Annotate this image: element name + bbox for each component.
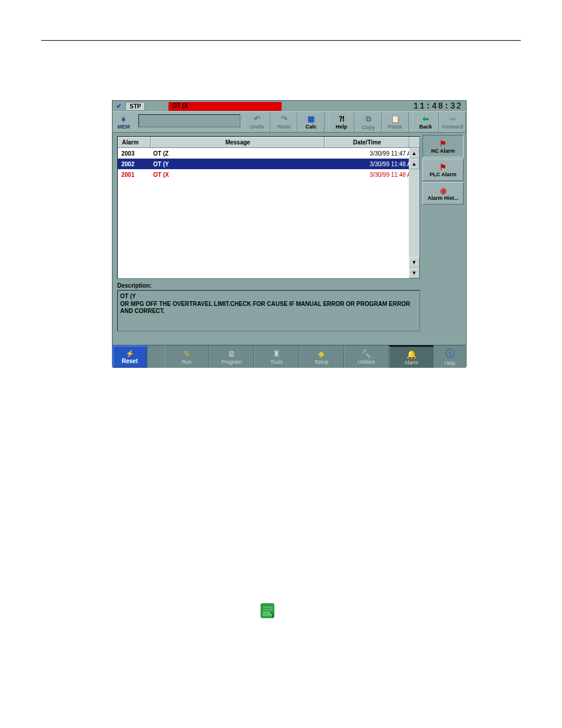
forward-button[interactable]: ➡ Forward <box>439 112 466 132</box>
setup-label: Setup <box>315 359 329 365</box>
reset-icon: ⚡ <box>125 350 134 358</box>
table-row[interactable]: 2001 OT (X 3/30/99 11:48 AM <box>118 169 419 180</box>
forward-arrow-icon: ➡ <box>449 114 456 123</box>
col-header-datetime[interactable]: Date/Time <box>325 137 409 147</box>
back-button[interactable]: ⬅ Back <box>412 112 439 132</box>
status-bar: ✔ STP OT (X 11:48:32 <box>113 101 466 111</box>
info-icon: ⓘ <box>445 348 455 360</box>
copy-button[interactable]: ⧉ Copy <box>355 112 382 132</box>
paste-icon: 📋 <box>391 114 400 123</box>
tools-button[interactable]: ♜ Tools <box>254 345 299 368</box>
setup-icon: ◆ <box>318 349 325 358</box>
forward-label: Forward <box>442 124 463 130</box>
col-header-alarm[interactable]: Alarm <box>118 137 151 147</box>
mem-icon: ➧ <box>120 114 127 124</box>
scroll-bottom-icon[interactable]: ▼ <box>409 268 419 278</box>
copy-label: Copy <box>362 124 375 130</box>
main-area: Alarm Message Date/Time 2003 OT (Z 3/30/… <box>113 133 466 345</box>
col-header-message[interactable]: Message <box>151 137 325 147</box>
plc-alarm-icon: ⚑ <box>439 163 447 172</box>
side-label: PLC Alarm <box>429 172 457 177</box>
description-body: OR MPG OFF THE OVERTRAVEL LIMIT.CHECK FO… <box>120 301 417 315</box>
copy-icon: ⧉ <box>366 114 371 124</box>
side-plc-alarm[interactable]: ⚑ PLC Alarm <box>422 159 464 181</box>
alarm-tab[interactable]: 🔔 Alarm <box>389 345 434 368</box>
program-button[interactable]: 🗎 Program <box>209 345 254 368</box>
toolbar-input[interactable] <box>138 114 240 127</box>
grid-scrollbar: ▲ ▲ ▼ ▼ <box>409 148 419 278</box>
program-icon: 🗎 <box>227 349 236 358</box>
run-label: Run <box>182 359 192 365</box>
side-nc-alarm[interactable]: ⚑ NC Alarm <box>422 135 464 157</box>
alarm-bell-icon: 🔔 <box>406 350 416 359</box>
alarm-label: Alarm <box>404 360 418 365</box>
cell-dt: 3/30/99 11:47 AM <box>336 150 419 157</box>
reset-label: Reset <box>122 358 138 364</box>
undo-label: Undo <box>250 124 264 130</box>
description-text: OT (Y OR MPG OFF THE OVERTRAVEL LIMIT.CH… <box>117 290 420 331</box>
alarm-banner: OT (X <box>168 102 282 111</box>
alarm-grid: Alarm Message Date/Time 2003 OT (Z 3/30/… <box>117 136 420 279</box>
tools-label: Tools <box>270 359 283 365</box>
alarm-panel: Alarm Message Date/Time 2003 OT (Z 3/30/… <box>117 136 420 341</box>
redo-icon: ↷ <box>281 114 287 123</box>
side-alarm-history[interactable]: ◉ Alarm Hist... <box>422 182 464 205</box>
nc-alarm-icon: ⚑ <box>439 139 447 148</box>
mem-button[interactable]: ➧ MEM <box>113 112 135 132</box>
table-row[interactable]: 2003 OT (Z 3/30/99 11:47 AM <box>118 148 419 159</box>
redo-button[interactable]: ↷ Redo <box>270 112 297 132</box>
help-label: Help <box>336 124 348 130</box>
program-label: Program <box>222 359 242 365</box>
description-title: OT (Y <box>120 293 417 301</box>
scroll-top-icon[interactable]: ▲ <box>409 148 419 159</box>
help-pointer-icon: ⁈ <box>339 114 345 123</box>
grid-body: 2003 OT (Z 3/30/99 11:47 AM 2002 OT (Y 3… <box>118 148 419 278</box>
undo-button[interactable]: ↶ Undo <box>244 112 271 132</box>
table-row-selected[interactable]: 2002 OT (Y 3/30/99 11:48 AM <box>118 159 419 169</box>
bottom-help-button[interactable]: ⓘ Help <box>434 345 466 368</box>
run-icon: ✎ <box>183 349 190 358</box>
help-button[interactable]: ⁈ Help <box>328 112 355 132</box>
side-nav: ⚑ NC Alarm ⚑ PLC Alarm ◉ Alarm Hist... <box>422 133 466 345</box>
cell-dt: 3/30/99 11:48 AM <box>336 172 419 178</box>
manual-book-icon <box>259 601 277 620</box>
cell-msg: OT (Y <box>150 161 336 167</box>
tools-icon: ♜ <box>273 349 280 358</box>
page-divider <box>41 40 521 41</box>
calc-button[interactable]: ▦ Calc <box>297 112 325 132</box>
description-label: Description: <box>117 282 420 289</box>
cell-msg: OT (Z <box>150 150 336 157</box>
cell-alarm: 2003 <box>118 150 150 157</box>
status-mode-badge: STP <box>125 102 145 111</box>
grid-header: Alarm Message Date/Time <box>118 137 419 148</box>
top-toolbar: ➧ MEM ↶ Undo ↷ Redo ▦ Calc ⁈ Help ⧉ <box>113 111 466 133</box>
reset-button[interactable]: ⚡ Reset <box>113 345 147 368</box>
cnc-control-window: ✔ STP OT (X 11:48:32 ➧ MEM ↶ Undo ↷ Redo… <box>112 100 467 367</box>
setup-button[interactable]: ◆ Setup <box>299 345 344 368</box>
scroll-down-icon[interactable]: ▼ <box>409 257 419 268</box>
status-indicator-icon: ✔ <box>114 101 123 111</box>
utilities-button[interactable]: 🔧 Utilities <box>344 345 389 368</box>
col-header-scroll <box>409 137 419 147</box>
description-section: Description: OT (Y OR MPG OFF THE OVERTR… <box>117 282 420 331</box>
clock: 11:48:32 <box>414 101 462 111</box>
mem-label: MEM <box>117 124 130 130</box>
side-label: NC Alarm <box>431 148 455 154</box>
alarm-hist-icon: ◉ <box>440 186 447 195</box>
utilities-icon: 🔧 <box>361 349 371 358</box>
redo-label: Redo <box>277 124 291 130</box>
cell-msg: OT (X <box>150 172 336 178</box>
calc-label: Calc <box>305 124 316 130</box>
utilities-label: Utilities <box>358 359 375 365</box>
paste-label: Paste <box>388 124 402 130</box>
paste-button[interactable]: 📋 Paste <box>382 112 409 132</box>
run-button[interactable]: ✎ Run <box>164 345 209 368</box>
calc-icon: ▦ <box>308 114 315 123</box>
cell-alarm: 2001 <box>118 172 150 178</box>
cell-alarm: 2002 <box>118 161 150 167</box>
back-arrow-icon: ⬅ <box>422 114 429 123</box>
cell-dt: 3/30/99 11:48 AM <box>336 161 419 167</box>
back-label: Back <box>419 124 432 130</box>
side-label: Alarm Hist... <box>428 195 459 201</box>
scroll-up-icon[interactable]: ▲ <box>409 159 419 169</box>
